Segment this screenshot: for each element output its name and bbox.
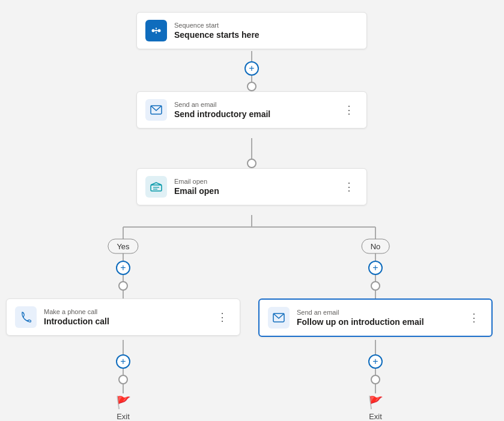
add-after-email2-button[interactable]: + bbox=[368, 354, 383, 369]
yes-branch-label: Yes bbox=[108, 239, 138, 254]
phone-call-card[interactable]: Make a phone call Introduction call ⋮ bbox=[6, 298, 240, 336]
phone-call-icon bbox=[15, 306, 37, 328]
send-email-1-menu-button[interactable]: ⋮ bbox=[340, 102, 358, 118]
send-email-2-menu-button[interactable]: ⋮ bbox=[465, 310, 483, 326]
phone-call-title: Introduction call bbox=[44, 317, 206, 326]
send-email-2-card[interactable]: Send an email Follow up on introduction … bbox=[258, 298, 493, 337]
sequence-start-text: Sequence start Sequence starts here bbox=[174, 22, 358, 40]
email-open-icon bbox=[145, 176, 167, 198]
send-email-1-card[interactable]: Send an email Send introductory email ⋮ bbox=[136, 91, 367, 129]
send-email-1-icon bbox=[145, 99, 167, 121]
send-email-2-icon bbox=[268, 307, 290, 329]
exit-left-flag: 🚩 bbox=[116, 395, 131, 410]
exit-left-label: Exit bbox=[117, 412, 130, 421]
sequence-start-title: Sequence starts here bbox=[174, 30, 358, 40]
email-open-label: Email open bbox=[174, 178, 333, 185]
svg-point-22 bbox=[158, 29, 161, 32]
exit-right-flag: 🚩 bbox=[368, 395, 383, 410]
sequence-start-label: Sequence start bbox=[174, 22, 358, 29]
add-no-step-button[interactable]: + bbox=[368, 261, 383, 275]
connector-node-5 bbox=[118, 375, 128, 384]
email-open-menu-button[interactable]: ⋮ bbox=[340, 179, 358, 195]
sequence-start-card[interactable]: Sequence start Sequence starts here bbox=[136, 12, 367, 49]
email-open-text: Email open Email open bbox=[174, 178, 333, 196]
phone-call-text: Make a phone call Introduction call bbox=[44, 308, 206, 326]
email-open-card[interactable]: Email open Email open ⋮ bbox=[136, 168, 367, 205]
add-step-1-button[interactable]: + bbox=[244, 61, 259, 76]
svg-point-21 bbox=[152, 29, 155, 32]
connector-node-6 bbox=[371, 375, 380, 384]
sequence-start-icon bbox=[145, 20, 167, 41]
email-open-title: Email open bbox=[174, 186, 333, 196]
connector-node-1 bbox=[247, 82, 257, 91]
send-email-2-text: Send an email Follow up on introduction … bbox=[297, 309, 458, 327]
connector-node-2 bbox=[247, 159, 257, 168]
exit-right-label: Exit bbox=[369, 412, 382, 421]
send-email-2-label: Send an email bbox=[297, 309, 458, 316]
phone-call-menu-button[interactable]: ⋮ bbox=[213, 309, 231, 325]
connector-node-4 bbox=[371, 281, 380, 291]
workflow-canvas: Sequence start Sequence starts here + Se… bbox=[0, 0, 504, 421]
send-email-1-label: Send an email bbox=[174, 101, 333, 108]
exit-right-node: 🚩 Exit bbox=[368, 395, 383, 421]
no-branch-label: No bbox=[362, 239, 390, 254]
connector-node-3 bbox=[118, 281, 128, 291]
exit-left-node: 🚩 Exit bbox=[116, 395, 131, 421]
svg-rect-27 bbox=[151, 185, 162, 191]
add-yes-step-button[interactable]: + bbox=[116, 261, 130, 275]
phone-call-label: Make a phone call bbox=[44, 308, 206, 315]
send-email-2-title: Follow up on introduction email bbox=[297, 317, 458, 327]
send-email-1-title: Send introductory email bbox=[174, 109, 333, 119]
send-email-1-text: Send an email Send introductory email bbox=[174, 101, 333, 119]
add-after-phone-button[interactable]: + bbox=[116, 354, 130, 369]
